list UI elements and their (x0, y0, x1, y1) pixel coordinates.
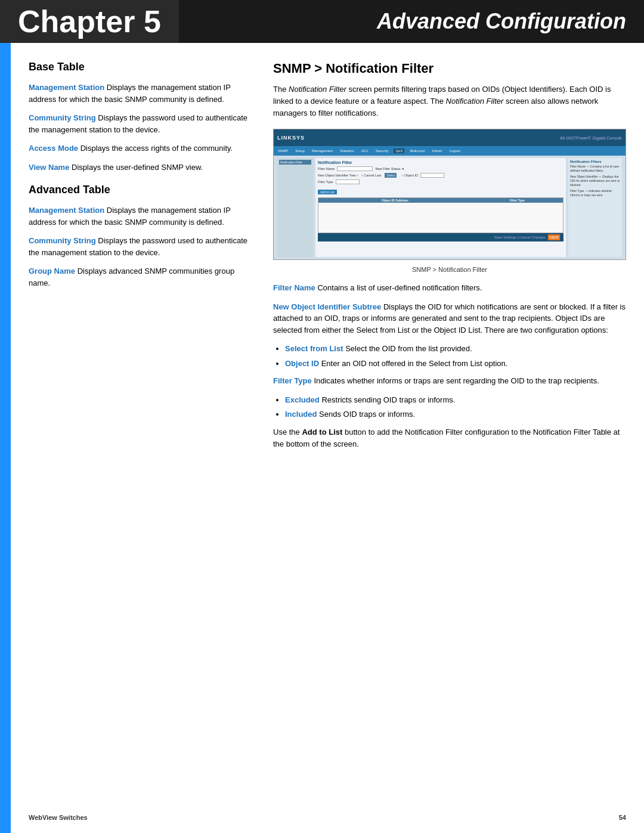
fake-cisco-text: CISCO (549, 236, 559, 239)
select-from-list-term: Select from List (285, 344, 343, 353)
fake-nav-multiuser: Multi-port (408, 148, 426, 153)
base-term-4-desc: Displays the user-defined SNMP view. (69, 163, 203, 172)
excluded-desc: Restricts sending OID traps or informs. (320, 395, 456, 404)
excluded-item: Excluded Restricts sending OID traps or … (285, 394, 626, 406)
fake-sidebar-text-3: Filter Type — Indicates whether informs … (570, 189, 620, 197)
base-term-2: Community String Displays the password u… (29, 112, 255, 135)
fake-nav-snmp: SNMP (276, 148, 290, 153)
adv-term-1: Management Station Displays the manageme… (29, 205, 255, 228)
fake-sidebar-text-1: Filter Name — Contains a list of user-de… (570, 165, 620, 173)
fake-ui-header: LINKSYS All-GIGTPower© Gigabit Console (274, 129, 626, 146)
fake-cisco-logo: CISCO (548, 234, 560, 240)
fake-object-id-label: ○ Object ID (401, 174, 418, 177)
fake-ui-nav: SNMP Setup Management Statistics ACL Sec… (274, 146, 626, 156)
closing-para: Use the Add to List button to add the No… (273, 426, 626, 450)
object-id-item: Object ID Enter an OID not offered in th… (285, 358, 626, 370)
snmp-intro-para: The Notification Filter screen permits f… (273, 83, 626, 119)
fake-right-sidebar: Notification Filters Filter Name — Conta… (568, 158, 622, 257)
fake-filter-name-input (337, 166, 373, 171)
fake-filter-status-label: New Filter Status: ● (375, 167, 404, 171)
right-term-2-label: New Object Identifier Subtree (273, 302, 381, 311)
footer-right: 54 (619, 814, 626, 821)
fake-nav-admin: Admin (430, 148, 444, 153)
fake-nav-security: Security (374, 148, 391, 153)
select-from-list-desc: Select the OID from the list provided. (343, 344, 472, 353)
fake-nav-acl: ACL (360, 148, 370, 153)
fake-left-nav: Notification Filter (277, 158, 313, 257)
fake-filter-type-input (336, 179, 360, 184)
fake-nav-qos: QoS (394, 148, 404, 153)
right-term-2: New Object Identifier Subtree Displays t… (273, 301, 626, 336)
base-term-1: Management Station Displays the manageme… (29, 82, 255, 105)
fake-oid-label: New Object Identifier Tree ○ (318, 174, 358, 177)
page-footer: WebView Switches 54 (11, 814, 644, 821)
fake-sidebar-text-2: New Object Identifier — Displays the OID… (570, 175, 620, 187)
fake-filter-type-row: Filter Type (318, 179, 564, 184)
included-item: Included Sends OID traps or informs. (285, 408, 626, 420)
fake-add-btn-wrapper: Add to List (318, 186, 564, 195)
base-term-3-label: Access Mode (29, 144, 78, 153)
right-term-1: Filter Name Contains a list of user-defi… (273, 282, 626, 294)
fake-oid-row: New Object Identifier Tree ○ ○ Cancel La… (318, 173, 564, 178)
filter-type-term: Filter Type (273, 376, 312, 385)
fake-ui-top-right: All-GIGTPower© Gigabit Console (560, 136, 622, 140)
chapter-title: Advanced Configuration (179, 0, 644, 43)
adv-term-2: Community String Displays the password u… (29, 235, 255, 258)
right-term-1-desc: Contains a list of user-defined notifica… (315, 283, 482, 292)
adv-term-2-label: Community String (29, 236, 96, 245)
chapter-label: Chapter 5 (0, 0, 179, 43)
fake-footer-btns: Save Settings | Cancel Changes (494, 236, 546, 239)
snmp-screenshot: LINKSYS All-GIGTPower© Gigabit Console S… (273, 129, 626, 260)
right-term-filter-type: Filter Type Indicates whether informs or… (273, 375, 626, 387)
object-id-desc: Enter an OID not offered in the Select f… (319, 359, 507, 368)
blue-sidebar-accent (0, 43, 11, 833)
fake-col-filter-type: Filter Type (472, 198, 564, 203)
filter-type-desc: Indicates whether informs or traps are s… (312, 376, 599, 385)
fake-filter-type-label: Filter Type (318, 180, 333, 184)
fake-filter-name-label: Filter Name (318, 167, 335, 171)
adv-term-3: Group Name Displays advanced SNMP commun… (29, 265, 255, 289)
right-term-1-label: Filter Name (273, 283, 315, 292)
fake-ui-logo: LINKSYS (277, 135, 305, 141)
main-content: Base Table Management Station Displays t… (11, 43, 644, 491)
page-header: Chapter 5 Advanced Configuration (0, 0, 644, 43)
adv-term-1-label: Management Station (29, 206, 104, 215)
fake-table-empty (318, 203, 564, 233)
base-term-1-label: Management Station (29, 83, 104, 92)
select-from-list-item: Select from List Select the OID from the… (285, 343, 626, 355)
adv-term-3-label: Group Name (29, 267, 75, 275)
fake-filter-name-row: Filter Name New Filter Status: ● (318, 166, 564, 171)
fake-nav-statistics: Statistics (338, 148, 356, 153)
screenshot-caption: SNMP > Notification Filter (273, 265, 626, 275)
fake-ui-main: Notification Filter Filter Name New Filt… (315, 158, 566, 257)
fake-nav-setup: Setup (293, 148, 306, 153)
included-desc: Sends OID traps or informs. (317, 410, 415, 419)
fake-ui-body: Notification Filter Notification Filter … (274, 156, 626, 259)
fake-oid-table: Object ID Subtrees Filter Type (318, 197, 564, 233)
fake-page-footer: Save Settings | Cancel Changes CISCO (318, 233, 564, 241)
base-term-2-label: Community String (29, 113, 96, 122)
base-table-heading: Base Table (29, 61, 255, 73)
fake-col-oid: Object ID Subtrees (318, 198, 472, 203)
base-term-3-desc: Displays the access rights of the commun… (78, 144, 233, 153)
object-id-term: Object ID (285, 359, 319, 368)
advanced-table-heading: Advanced Table (29, 184, 255, 196)
filter-type-list: Excluded Restricts sending OID traps or … (285, 394, 626, 420)
base-term-4-label: View Name (29, 163, 69, 172)
select-options-list: Select from List Select the OID from the… (285, 343, 626, 369)
left-column: Base Table Management Station Displays t… (29, 61, 255, 455)
base-term-3: Access Mode Displays the access rights o… (29, 143, 255, 154)
fake-select-btn: Select (385, 173, 397, 178)
base-term-4: View Name Displays the user-defined SNMP… (29, 162, 255, 174)
snmp-section-heading: SNMP > Notification Filter (273, 61, 626, 76)
fake-page-title: Notification Filter (318, 160, 564, 165)
screenshot-inner: LINKSYS All-GIGTPower© Gigabit Console S… (274, 129, 626, 259)
fake-add-to-list-btn[interactable]: Add to List (318, 190, 337, 194)
fake-nav-logout: Logout (447, 148, 462, 153)
excluded-term: Excluded (285, 395, 320, 404)
right-column: SNMP > Notification Filter The Notificat… (273, 61, 626, 455)
fake-nav-mgmt: Management (310, 148, 335, 153)
fake-object-id-input (420, 173, 444, 178)
footer-left: WebView Switches (29, 814, 88, 821)
fake-sidebar-heading: Notification Filters (570, 160, 620, 163)
